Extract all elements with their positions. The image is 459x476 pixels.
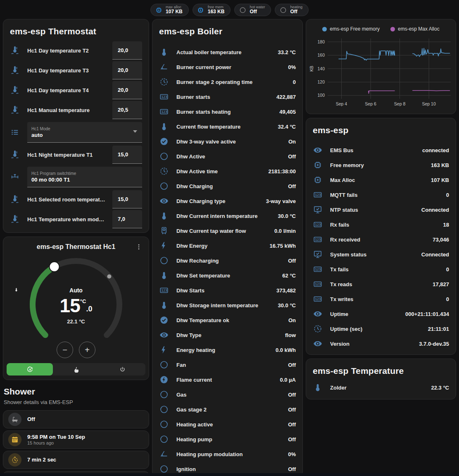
temp-decrease-button[interactable]: −: [57, 342, 73, 358]
entity-row[interactable]: Version3.7.0-dev.35: [306, 336, 456, 351]
counter-icon: 123: [313, 294, 323, 304]
entity-row[interactable]: Heating pump modulation0%: [152, 447, 302, 462]
entity-row[interactable]: Gas stage 2Off: [152, 402, 302, 417]
entity-row[interactable]: 123Rx received73,046: [306, 232, 456, 247]
entity-row[interactable]: System statusConnected: [306, 247, 456, 262]
entity-label: Dhw Starts: [176, 287, 276, 294]
thermostat-config-row: Hc1 Selected room temperat…15,0: [3, 189, 149, 209]
entity-row[interactable]: 123MQTT fails0: [306, 187, 456, 202]
legend-item[interactable]: ems-esp Max Alloc: [390, 26, 440, 32]
entity-row[interactable]: Burner current power0%: [152, 60, 302, 74]
entity-row[interactable]: Actual boiler temperature33.2 °C: [152, 45, 302, 60]
entity-value: Off: [288, 421, 296, 428]
mode-heat-button[interactable]: [53, 363, 99, 376]
svg-text:140: 140: [317, 66, 325, 71]
counter-icon: 123: [313, 220, 323, 230]
badge-heating[interactable]: heatingOff: [275, 4, 309, 16]
entity-value: 0.0 µA: [280, 377, 296, 383]
entity-row[interactable]: 123Burner starts422,887: [152, 89, 302, 104]
number-input[interactable]: 20,0: [112, 61, 142, 79]
entity-row[interactable]: Uptime000+21:11:01.434: [306, 306, 456, 321]
entity-row[interactable]: Heating pumpOff: [152, 432, 302, 447]
entity-row[interactable]: Dhw Energy16.75 kWh: [152, 238, 302, 253]
entity-row[interactable]: Zolder22.3 °C: [306, 380, 456, 395]
flash-circle-icon: [159, 375, 169, 385]
entity-label: Dhw Charging: [176, 183, 288, 189]
number-input[interactable]: 20,5: [112, 101, 142, 119]
entity-row[interactable]: Current flow temperature32.4 °C: [152, 119, 302, 134]
entity-row[interactable]: Dhw Charging type3-way valve: [152, 194, 302, 208]
number-input[interactable]: 15,0: [112, 190, 142, 208]
entity-label: Dhw Set temperature: [176, 273, 282, 279]
entity-row[interactable]: Uptime (sec)21:11:01: [306, 321, 456, 336]
number-input[interactable]: 20,0: [112, 41, 142, 60]
entity-row[interactable]: 123Tx writes0: [306, 292, 456, 306]
entity-row[interactable]: 123Burner starts heating49,405: [152, 104, 302, 119]
entity-row[interactable]: Dhw Set temperature62 °C: [152, 268, 302, 283]
entity-row[interactable]: Dhw Current intern temperature30.0 °C: [152, 208, 302, 223]
badge-hot-water[interactable]: hot waterOff: [234, 4, 271, 16]
entity-row[interactable]: Heating activeOff: [152, 417, 302, 432]
entity-row[interactable]: 123Tx fails0: [306, 262, 456, 277]
entity-row[interactable]: Dhw ActiveOff: [152, 149, 302, 164]
svg-text:123: 123: [162, 95, 167, 99]
entity-row[interactable]: FanOff: [152, 357, 302, 372]
shower-item[interactable]: 9:58 PM on Tue 10 Sep15 hours ago: [3, 431, 149, 449]
mode-select[interactable]: Hc1 Modeauto: [27, 122, 142, 143]
entity-label: Rx fails: [330, 222, 443, 228]
legend-item[interactable]: ems-esp Free memory: [322, 26, 380, 32]
entity-value: 0: [293, 79, 296, 85]
svg-text:120: 120: [317, 79, 325, 84]
entity-value: 17,827: [433, 281, 449, 287]
emsesp-card-title: ems-esp: [306, 118, 456, 139]
entity-row[interactable]: Max Alloc107 KB: [306, 172, 456, 187]
badge-free-mem[interactable]: free mem163 KB: [193, 4, 231, 16]
eye-icon: [313, 145, 323, 155]
entity-row[interactable]: Dhw Current tap water flow0.0 l/min: [152, 223, 302, 238]
number-input[interactable]: 15,0: [112, 146, 142, 164]
entity-row[interactable]: NTP statusConnected: [306, 202, 456, 217]
entity-row[interactable]: Dhw 3-way valve activeOn: [152, 134, 302, 149]
svg-text:100: 100: [317, 93, 325, 98]
entity-row[interactable]: Dhw ChargingOff: [152, 179, 302, 194]
svg-text:Sep 10: Sep 10: [422, 101, 435, 106]
badge-max-alloc[interactable]: max alloc107 KB: [150, 4, 189, 16]
entity-row[interactable]: 123Tx reads17,827: [306, 277, 456, 292]
entity-row[interactable]: EMS Busconnected: [306, 143, 456, 158]
entity-row[interactable]: Burner stage 2 operating time0: [152, 74, 302, 89]
entity-row[interactable]: Dhw Storage intern temperature30.0 °C: [152, 298, 302, 313]
eye-icon: [313, 339, 323, 349]
field-label: Hc1 Program switchtime: [31, 171, 138, 176]
entity-row[interactable]: 123Dhw Starts373,482: [152, 283, 302, 298]
entity-row[interactable]: Dhw RechargingOff: [152, 253, 302, 268]
clock-icon: [313, 324, 323, 334]
dial-target-knob[interactable]: [50, 262, 59, 272]
entity-row[interactable]: Energy heating0.0 kWh: [152, 342, 302, 357]
temp-increase-button[interactable]: +: [79, 342, 95, 358]
thermostat-dial[interactable]: Auto 15°C.0 22.1 °C: [14, 251, 138, 356]
circle-icon: [159, 151, 169, 161]
thermostat-config-row: Hc1 Manual temperature20,5: [3, 100, 149, 120]
entity-label: System status: [330, 251, 421, 258]
entity-row[interactable]: Flame current0.0 µA: [152, 372, 302, 387]
shower-item[interactable]: Off: [3, 410, 149, 428]
thermometer-icon: [159, 300, 169, 310]
entity-row[interactable]: Free memory163 KB: [306, 158, 456, 172]
mode-auto-button[interactable]: A: [7, 363, 53, 376]
number-input[interactable]: 7,0: [112, 210, 142, 228]
text-input[interactable]: Hc1 Program switchtime00 mo 00:00 T1: [27, 167, 142, 187]
thermometer-icon: [159, 211, 169, 221]
entity-value: 0: [446, 266, 449, 273]
kebab-menu-icon[interactable]: [134, 242, 144, 252]
temperature-card-title: ems-esp Temperature: [306, 359, 456, 380]
number-input[interactable]: 20,0: [112, 81, 142, 99]
shower-item[interactable]: 7 min 2 sec: [3, 451, 149, 469]
entity-label: Heating active: [176, 421, 288, 428]
circle-icon: [159, 419, 169, 429]
entity-row[interactable]: Dhw Typeflow: [152, 328, 302, 342]
mode-off-button[interactable]: [99, 363, 145, 376]
entity-row[interactable]: GasOff: [152, 387, 302, 402]
entity-row[interactable]: Dhw Active time2181:38:00: [152, 164, 302, 179]
entity-row[interactable]: 123Rx fails18: [306, 217, 456, 232]
entity-row[interactable]: Dhw Temperature okOn: [152, 313, 302, 328]
